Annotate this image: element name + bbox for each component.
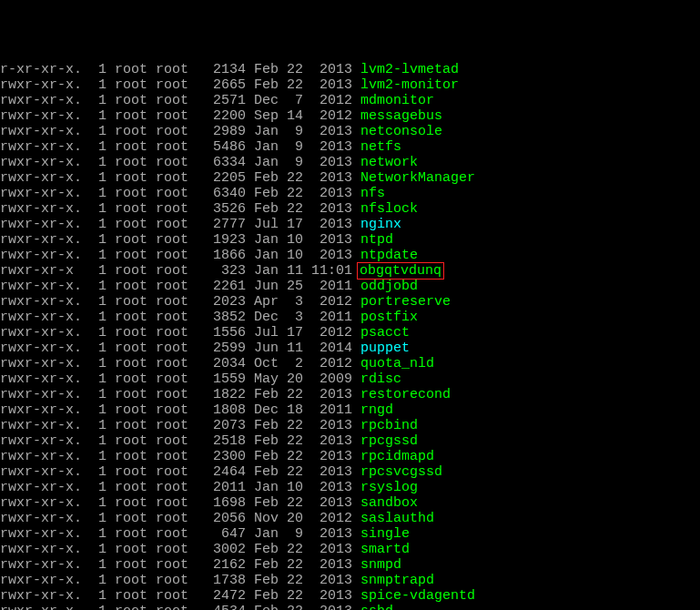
ls-row: rwxr-xr-x. 1 root root 2205 Feb 22 2013 … (0, 170, 700, 186)
file-meta: rwxr-xr-x. 1 root root 2056 Nov 20 2012 (0, 511, 360, 526)
file-meta: rwxr-xr-x. 1 root root 1923 Jan 10 2013 (0, 232, 360, 248)
file-meta: rwxr-xr-x. 1 root root 2989 Jan 9 2013 (0, 124, 360, 139)
file-meta: rwxr-xr-x. 1 root root 2472 Feb 22 2013 (0, 588, 360, 604)
ls-row: rwxr-xr-x. 1 root root 1698 Feb 22 2013 … (0, 495, 700, 511)
file-name: messagebus (360, 108, 442, 124)
file-meta: rwxr-xr-x. 1 root root 1808 Dec 18 2011 (0, 402, 360, 418)
file-meta: rwxr-xr-x. 1 root root 3526 Feb 22 2013 (0, 201, 360, 217)
file-meta: rwxr-xr-x. 1 root root 1698 Feb 22 2013 (0, 495, 360, 511)
ls-row: rwxr-xr-x. 1 root root 2518 Feb 22 2013 … (0, 433, 700, 449)
file-meta: rwxr-xr-x. 1 root root 2162 Feb 22 2013 (0, 557, 360, 573)
terminal-output: r-xr-xr-x. 1 root root 2134 Feb 22 2013 … (0, 62, 700, 610)
file-meta: rwxr-xr-x. 1 root root 1556 Jul 17 2012 (0, 325, 360, 341)
file-meta: rwxr-xr-x. 1 root root 2205 Feb 22 2013 (0, 170, 360, 186)
file-name: lvm2-monitor (360, 77, 459, 93)
ls-row: rwxr-xr-x. 1 root root 2472 Feb 22 2013 … (0, 588, 700, 604)
ls-row: rwxr-xr-x. 1 root root 2599 Jun 11 2014 … (0, 341, 700, 356)
file-name: ntpd (360, 232, 393, 248)
file-name: snmpd (360, 557, 401, 573)
file-name: restorecond (360, 387, 451, 402)
file-name: mdmonitor (360, 93, 434, 108)
ls-row: rwxr-xr-x. 1 root root 2056 Nov 20 2012 … (0, 511, 700, 526)
ls-row: rwxr-xr-x. 1 root root 2777 Jul 17 2013 … (0, 217, 700, 232)
file-name: sshd (360, 604, 393, 610)
ls-row: rwxr-xr-x. 1 root root 1559 May 20 2009 … (0, 371, 700, 387)
ls-row: rwxr-xr-x. 1 root root 2011 Jan 10 2013 … (0, 480, 700, 495)
file-name: netfs (360, 139, 401, 155)
file-meta: rwxr-xr-x. 1 root root 2011 Jan 10 2013 (0, 480, 360, 495)
ls-row: rwxr-xr-x 1 root root 323 Jan 11 11:01 o… (0, 263, 700, 279)
file-meta: rwxr-xr-x. 1 root root 2200 Sep 14 2012 (0, 108, 360, 124)
file-meta: rwxr-xr-x. 1 root root 6334 Jan 9 2013 (0, 155, 360, 170)
file-name: nfslock (360, 201, 418, 217)
ls-row: rwxr-xr-x. 1 root root 2571 Dec 7 2012 m… (0, 93, 700, 108)
file-name: rdisc (360, 371, 401, 387)
file-name: portreserve (360, 294, 451, 310)
ls-row: rwxr-xr-x. 1 root root 2464 Feb 22 2013 … (0, 464, 700, 480)
ls-row: rwxr-xr-x. 1 root root 6334 Jan 9 2013 n… (0, 155, 700, 170)
file-name: ntpdate (360, 248, 418, 263)
ls-row: rwxr-xr-x. 1 root root 2989 Jan 9 2013 n… (0, 124, 700, 139)
file-name: puppet (360, 341, 410, 356)
file-name: saslauthd (360, 511, 434, 526)
file-meta: rwxr-xr-x. 1 root root 2571 Dec 7 2012 (0, 93, 360, 108)
file-meta: rwxr-xr-x. 1 root root 2023 Apr 3 2012 (0, 294, 360, 310)
file-meta: rwxr-xr-x. 1 root root 3002 Feb 22 2013 (0, 542, 360, 557)
ls-row: rwxr-xr-x. 1 root root 4534 Feb 22 2013 … (0, 604, 700, 610)
ls-row: rwxr-xr-x. 1 root root 2162 Feb 22 2013 … (0, 557, 700, 573)
file-meta: rwxr-xr-x. 1 root root 4534 Feb 22 2013 (0, 604, 360, 610)
ls-row: rwxr-xr-x. 1 root root 3002 Feb 22 2013 … (0, 542, 700, 557)
ls-row: rwxr-xr-x. 1 root root 2200 Sep 14 2012 … (0, 108, 700, 124)
file-name: rpcbind (360, 418, 418, 433)
file-meta: rwxr-xr-x. 1 root root 2518 Feb 22 2013 (0, 433, 360, 449)
ls-row: rwxr-xr-x. 1 root root 3852 Dec 3 2011 p… (0, 310, 700, 325)
file-name: rngd (360, 402, 393, 418)
ls-row: rwxr-xr-x. 1 root root 1738 Feb 22 2013 … (0, 573, 700, 588)
file-name: spice-vdagentd (360, 588, 475, 604)
ls-row: rwxr-xr-x. 1 root root 2023 Apr 3 2012 p… (0, 294, 700, 310)
file-name: rpcidmapd (360, 449, 434, 464)
file-name: nginx (360, 217, 401, 232)
file-name: network (360, 155, 418, 170)
file-meta: rwxr-xr-x. 1 root root 647 Jan 9 2013 (0, 526, 360, 542)
ls-row: rwxr-xr-x. 1 root root 2300 Feb 22 2013 … (0, 449, 700, 464)
file-meta: rwxr-xr-x. 1 root root 1559 May 20 2009 (0, 371, 360, 387)
ls-row: rwxr-xr-x. 1 root root 5486 Jan 9 2013 n… (0, 139, 700, 155)
file-meta: r-xr-xr-x. 1 root root 2134 Feb 22 2013 (0, 62, 360, 77)
file-meta: rwxr-xr-x. 1 root root 1866 Jan 10 2013 (0, 248, 360, 263)
ls-row: r-xr-xr-x. 1 root root 2134 Feb 22 2013 … (0, 62, 700, 77)
ls-row: rwxr-xr-x. 1 root root 647 Jan 9 2013 si… (0, 526, 700, 542)
ls-row: rwxr-xr-x. 1 root root 1866 Jan 10 2013 … (0, 248, 700, 263)
file-name: obgqtvdunq (357, 262, 444, 280)
file-meta: rwxr-xr-x. 1 root root 2300 Feb 22 2013 (0, 449, 360, 464)
ls-row: rwxr-xr-x. 1 root root 2665 Feb 22 2013 … (0, 77, 700, 93)
file-meta: rwxr-xr-x. 1 root root 2034 Oct 2 2012 (0, 356, 360, 371)
file-name: oddjobd (360, 279, 418, 294)
file-name: rsyslog (360, 480, 418, 495)
file-name: single (360, 526, 410, 542)
file-meta: rwxr-xr-x. 1 root root 2665 Feb 22 2013 (0, 77, 360, 93)
file-name: rpcsvcgssd (360, 464, 442, 480)
file-name: rpcgssd (360, 433, 418, 449)
ls-row: rwxr-xr-x. 1 root root 1808 Dec 18 2011 … (0, 402, 700, 418)
file-name: smartd (360, 542, 410, 557)
file-meta: rwxr-xr-x. 1 root root 2464 Feb 22 2013 (0, 464, 360, 480)
file-name: lvm2-lvmetad (360, 62, 459, 77)
file-meta: rwxr-xr-x. 1 root root 1822 Feb 22 2013 (0, 387, 360, 402)
ls-row: rwxr-xr-x. 1 root root 2073 Feb 22 2013 … (0, 418, 700, 433)
ls-row: rwxr-xr-x. 1 root root 2034 Oct 2 2012 q… (0, 356, 700, 371)
file-meta: rwxr-xr-x. 1 root root 3852 Dec 3 2011 (0, 310, 360, 325)
ls-row: rwxr-xr-x. 1 root root 3526 Feb 22 2013 … (0, 201, 700, 217)
file-name: postfix (360, 310, 418, 325)
ls-row: rwxr-xr-x. 1 root root 6340 Feb 22 2013 … (0, 186, 700, 201)
file-name: nfs (360, 186, 385, 201)
ls-row: rwxr-xr-x. 1 root root 1822 Feb 22 2013 … (0, 387, 700, 402)
ls-row: rwxr-xr-x. 1 root root 2261 Jun 25 2011 … (0, 279, 700, 294)
file-meta: rwxr-xr-x. 1 root root 2777 Jul 17 2013 (0, 217, 360, 232)
file-meta: rwxr-xr-x. 1 root root 6340 Feb 22 2013 (0, 186, 360, 201)
file-name: psacct (360, 325, 410, 341)
file-meta: rwxr-xr-x 1 root root 323 Jan 11 11:01 (0, 263, 360, 279)
file-meta: rwxr-xr-x. 1 root root 1738 Feb 22 2013 (0, 573, 360, 588)
file-name: snmptrapd (360, 573, 434, 588)
file-name: sandbox (360, 495, 418, 511)
